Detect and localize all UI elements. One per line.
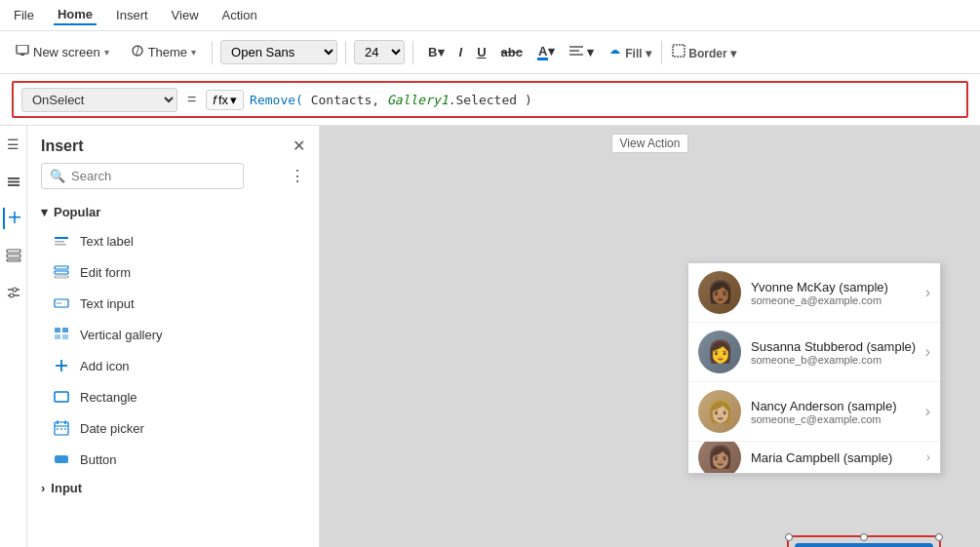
- remove-record-button[interactable]: Remove record: [795, 543, 933, 547]
- svg-rect-13: [7, 254, 20, 257]
- gallery-item-name-4: Maria Campbell (sample): [751, 450, 926, 465]
- list-item-vertical-gallery[interactable]: Vertical gallery: [31, 319, 315, 350]
- date-picker-icon: [53, 419, 70, 437]
- border-button[interactable]: Border ▾: [665, 40, 743, 64]
- menu-view[interactable]: View: [168, 6, 203, 24]
- input-section-header[interactable]: › Input: [31, 475, 315, 501]
- input-chevron-icon: ›: [41, 481, 45, 495]
- svg-rect-23: [55, 271, 68, 274]
- popular-section-header[interactable]: ▾ Popular: [31, 199, 315, 225]
- close-insert-panel-button[interactable]: ✕: [293, 138, 305, 154]
- rectangle-icon: [53, 388, 70, 406]
- svg-rect-20: [55, 241, 64, 243]
- property-selector[interactable]: OnSelect: [21, 88, 177, 112]
- insert-panel-header: Insert ✕: [27, 126, 319, 163]
- add-icon-icon: [53, 357, 70, 374]
- font-selector[interactable]: Open Sans: [220, 40, 337, 64]
- search-row: 🔍 ⋮: [27, 163, 319, 199]
- theme-label: Theme: [148, 45, 187, 59]
- font-size-selector[interactable]: 24: [354, 40, 405, 64]
- menu-home[interactable]: Home: [54, 5, 97, 25]
- list-item-button[interactable]: Button: [31, 444, 315, 475]
- menu-file[interactable]: File: [10, 6, 38, 24]
- list-item-date-picker[interactable]: Date picker: [31, 412, 315, 444]
- rectangle-label: Rectangle: [80, 390, 137, 405]
- new-screen-button[interactable]: New screen ▾: [8, 41, 117, 63]
- popular-section-label: Popular: [54, 205, 100, 219]
- insert-panel-title: Insert: [41, 137, 84, 155]
- fx-button[interactable]: ffx ▾: [206, 90, 244, 110]
- gallery-item-chevron-2: ›: [925, 343, 930, 361]
- handle-top-right[interactable]: [935, 533, 943, 541]
- divider-1: [212, 41, 213, 64]
- gallery-item-email-2: someone_b@example.com: [751, 354, 925, 366]
- formula-content[interactable]: Remove( Contacts, Gallery1.Selected ): [250, 93, 959, 107]
- formula-function: Remove(: [250, 93, 303, 107]
- left-icons: ☰: [0, 126, 27, 547]
- menu-bar: File Home Insert View Action: [0, 0, 980, 31]
- list-item-text-input[interactable]: Text input: [31, 288, 315, 319]
- list-item-rectangle[interactable]: Rectangle: [31, 381, 315, 412]
- gallery-item-1[interactable]: 👩🏾 Yvonne McKay (sample) someone_a@examp…: [688, 263, 940, 323]
- vertical-gallery-icon: [53, 326, 70, 343]
- svg-rect-19: [55, 237, 68, 239]
- left-icon-layers[interactable]: [3, 171, 24, 192]
- strikethrough-button[interactable]: abc: [494, 41, 529, 63]
- svg-rect-30: [62, 334, 68, 339]
- gallery-item-text-3: Nancy Anderson (sample) someone_c@exampl…: [751, 399, 925, 425]
- new-screen-label: New screen: [33, 45, 100, 59]
- menu-insert[interactable]: Insert: [112, 6, 152, 24]
- left-icon-data[interactable]: [3, 245, 24, 266]
- formula-suffix: .Selected ): [449, 93, 532, 107]
- gallery-item-text-4: Maria Campbell (sample): [751, 450, 926, 465]
- bold-button[interactable]: B▾: [421, 41, 451, 63]
- svg-rect-8: [8, 181, 20, 183]
- fx-chevron: ▾: [230, 93, 237, 107]
- theme-icon: [131, 44, 144, 60]
- gallery-item-4[interactable]: 👩🏽 Maria Campbell (sample) ›: [688, 442, 940, 473]
- fx-icon: f: [213, 93, 216, 107]
- formula-bar: OnSelect = ffx ▾ Remove( Contacts, Galle…: [12, 81, 968, 118]
- fill-button[interactable]: Fill ▾: [602, 40, 658, 64]
- svg-rect-22: [55, 266, 68, 269]
- italic-button[interactable]: I: [452, 41, 470, 63]
- handle-top-mid[interactable]: [860, 533, 868, 541]
- avatar-2: 👩: [698, 331, 741, 373]
- left-icon-menu[interactable]: ☰: [3, 134, 24, 155]
- list-item-add-icon[interactable]: Add icon: [31, 350, 315, 381]
- more-options-button[interactable]: ⋮: [290, 167, 305, 185]
- align-button[interactable]: ▾: [563, 41, 601, 63]
- gallery-item-3[interactable]: 👩🏼 Nancy Anderson (sample) someone_c@exa…: [688, 382, 940, 442]
- avatar-1: 👩🏾: [698, 271, 741, 314]
- svg-rect-9: [8, 184, 20, 186]
- formula-bar-wrapper: OnSelect = ffx ▾ Remove( Contacts, Galle…: [0, 74, 980, 126]
- svg-rect-21: [55, 244, 66, 246]
- avatar-3: 👩🏼: [698, 390, 741, 433]
- search-input[interactable]: [71, 169, 235, 183]
- text-input-label: Text input: [80, 296, 135, 311]
- gallery-item-email-1: someone_a@example.com: [751, 294, 925, 306]
- underline-button[interactable]: U: [470, 41, 492, 63]
- button-item-icon: [53, 450, 70, 468]
- menu-action[interactable]: Action: [218, 6, 261, 24]
- left-icon-insert[interactable]: [3, 208, 24, 229]
- monitor-icon: [16, 45, 29, 59]
- list-item-text-label[interactable]: Text label: [31, 225, 315, 256]
- svg-rect-11: [14, 212, 16, 223]
- handle-top-left[interactable]: [785, 533, 793, 541]
- svg-rect-29: [55, 334, 60, 339]
- gallery-item-name-3: Nancy Anderson (sample): [751, 399, 925, 413]
- text-label-icon: [53, 232, 70, 250]
- font-color-button[interactable]: A▾: [530, 40, 562, 64]
- equals-sign: =: [183, 91, 200, 108]
- gallery-item-2[interactable]: 👩 Susanna Stubberod (sample) someone_b@e…: [688, 323, 940, 382]
- list-item-edit-form[interactable]: Edit form: [31, 256, 315, 288]
- svg-rect-39: [60, 428, 62, 430]
- left-icon-controls[interactable]: [3, 282, 24, 303]
- theme-chevron: ▾: [191, 47, 196, 58]
- remove-record-selection: Remove record: [787, 535, 941, 547]
- insert-list: ▾ Popular Text label Edit form: [27, 199, 319, 547]
- svg-point-17: [13, 288, 17, 292]
- view-action-label: View Action: [611, 134, 689, 153]
- theme-button[interactable]: Theme ▾: [123, 40, 204, 64]
